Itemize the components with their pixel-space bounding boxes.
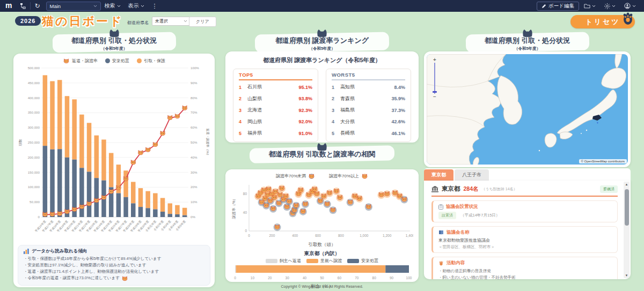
svg-text:90%: 90% <box>191 81 197 85</box>
bar-euthanasia[interactable] <box>57 149 62 217</box>
ranking-row[interactable]: 2青森県35.9% <box>332 93 405 105</box>
app-logo[interactable]: m <box>0 1 16 11</box>
bar-intake[interactable] <box>175 205 179 214</box>
guide-button[interactable]: トリセツ <box>570 15 635 28</box>
zoom-in-button[interactable]: + <box>433 57 436 62</box>
correlation-scatter-chart[interactable]: 0408002004006008001,0001,2001,400譲渡率（%） <box>231 180 413 240</box>
ranking-row[interactable]: 3北海道92.3% <box>239 105 312 116</box>
bar-intake[interactable] <box>153 193 157 210</box>
bar-euthanasia[interactable] <box>160 212 165 217</box>
bar-intake[interactable] <box>65 96 69 158</box>
bar-intake[interactable] <box>168 203 172 214</box>
dashboard-stage: m ↻ Main 検索 表示 ⋮ ボード編集 <box>0 0 644 291</box>
bar-euthanasia[interactable] <box>182 215 187 217</box>
bar-intake[interactable] <box>182 208 187 215</box>
account-menu[interactable] <box>620 3 640 9</box>
bar-intake[interactable] <box>94 136 99 178</box>
detail-section-council-name: 協議会名称 東京都動物愛護推進協議会 ＜世田谷区、板橋区、羽村市＞ <box>431 226 618 253</box>
insight-bullet: ・令和5年度の返還・譲渡率は73.0%に達しています <box>24 275 204 281</box>
ranking-row[interactable]: 1高知県8.4% <box>332 81 405 93</box>
refresh-button[interactable]: ↻ <box>31 0 43 12</box>
tab-東京都[interactable]: 東京都 <box>424 169 453 181</box>
board-select[interactable]: Main <box>46 2 101 11</box>
breakdown-segment[interactable] <box>236 265 386 273</box>
bar-intake[interactable] <box>57 80 62 149</box>
bar-euthanasia[interactable] <box>175 214 179 217</box>
svg-text:0: 0 <box>248 234 250 237</box>
bar-intake[interactable] <box>138 188 143 207</box>
menu-view[interactable]: 表示 <box>125 0 148 12</box>
ranking-row[interactable]: 5長崎県46.1% <box>332 128 405 139</box>
tree-view-icon[interactable] <box>16 0 30 12</box>
bar-euthanasia[interactable] <box>145 208 150 217</box>
bar-intake[interactable] <box>101 139 106 180</box>
bar-euthanasia[interactable] <box>43 146 47 217</box>
svg-text:40: 40 <box>303 276 307 280</box>
ranking-row[interactable]: 2山梨県93.8% <box>239 93 312 105</box>
map-card: + − © OpenStreetMap contributors <box>424 51 631 167</box>
worst5-box: WORST5 1高知県8.4%2青森県35.9%3福島県37.3%4大分県42.… <box>326 69 411 142</box>
svg-text:300,000: 300,000 <box>28 125 40 129</box>
ranking-card: 都道府県別 譲渡率ランキング（令和5年度） TOP5 1石川県95.1%2山梨県… <box>225 51 419 143</box>
bar-intake[interactable] <box>50 81 54 149</box>
toolbar-right: ボード編集 <box>537 2 644 11</box>
user-avatar-icon <box>624 3 631 9</box>
bar-intake[interactable] <box>72 99 76 159</box>
ranking-row[interactable]: 5福井県91.0% <box>239 128 312 139</box>
bar-euthanasia[interactable] <box>153 210 157 217</box>
svg-text:60: 60 <box>338 276 342 280</box>
bar-intake[interactable] <box>109 153 113 187</box>
app-toolbar: m ↻ Main 検索 表示 ⋮ ボード編集 <box>0 0 644 12</box>
settings-menu[interactable] <box>601 3 619 9</box>
japan-map[interactable]: + − © OpenStreetMap contributors <box>427 54 628 165</box>
bar-intake[interactable] <box>43 75 47 146</box>
zoom-slider[interactable] <box>434 63 435 94</box>
bar-intake[interactable] <box>131 182 135 203</box>
bar-intake[interactable] <box>160 198 165 212</box>
map-svg <box>427 54 628 165</box>
detail-scrollbar[interactable]: ▲ ▼ <box>624 182 630 278</box>
ranking-row[interactable]: 4大分県42.6% <box>332 116 405 128</box>
bar-euthanasia[interactable] <box>50 150 54 217</box>
menu-search-label: 検索 <box>105 2 115 10</box>
bar-euthanasia[interactable] <box>138 207 143 217</box>
bar-euthanasia[interactable] <box>87 171 91 217</box>
bar-euthanasia[interactable] <box>116 193 121 217</box>
bar-intake[interactable] <box>87 123 91 171</box>
menu-search[interactable]: 検索 <box>101 0 125 12</box>
bar-euthanasia[interactable] <box>94 178 99 217</box>
bar-euthanasia[interactable] <box>79 168 84 217</box>
scroll-up-arrow[interactable]: ▲ <box>624 183 630 186</box>
svg-text:600: 600 <box>315 234 321 237</box>
bar-euthanasia[interactable] <box>131 203 135 217</box>
prefecture-select[interactable]: 未選択 <box>152 17 191 26</box>
svg-text:80: 80 <box>243 192 247 196</box>
ranking-row[interactable]: 1石川県95.1% <box>239 81 312 93</box>
svg-text:100,000: 100,000 <box>28 185 40 189</box>
board-edit-button[interactable]: ボード編集 <box>537 2 579 11</box>
activity-item: ・飼い主のいない猫の管理・不妊去勢手術 <box>438 274 612 279</box>
scroll-down-arrow[interactable]: ▼ <box>624 274 630 277</box>
bar-euthanasia[interactable] <box>123 197 128 217</box>
window-menu[interactable] <box>580 3 599 9</box>
breakdown-segment[interactable] <box>235 265 236 273</box>
breakdown-segment[interactable] <box>385 265 409 273</box>
map-attribution: © OpenStreetMap contributors <box>579 159 627 163</box>
bar-intake[interactable] <box>145 191 150 208</box>
kebab-menu-icon[interactable]: ⋮ <box>148 0 162 12</box>
intake-bar-line-chart[interactable]: 050,000100,000150,000200,000250,000300,0… <box>18 65 210 242</box>
bar-intake[interactable] <box>79 115 84 168</box>
worst5-rows: 1高知県8.4%2青森県35.9%3福島県37.3%4大分県42.6%5長崎県4… <box>332 81 405 139</box>
bar-euthanasia[interactable] <box>65 158 69 217</box>
breakdown-stacked-bar[interactable]: 0102030405060708090100 <box>231 264 413 281</box>
tab-八王子市[interactable]: 八王子市 <box>455 169 489 181</box>
clear-button[interactable]: クリア <box>189 17 216 27</box>
scrollbar-thumb[interactable] <box>625 189 629 226</box>
ranking-row[interactable]: 4岡山県92.0% <box>239 116 312 128</box>
paw-icon <box>438 260 444 266</box>
council-status-badge: 設置済 <box>438 212 456 219</box>
ranking-row[interactable]: 3福島県37.3% <box>332 105 405 116</box>
zoom-out-button[interactable]: − <box>433 94 436 99</box>
breakdown-legend: 飼主へ返還里親へ譲渡安楽処置 <box>231 257 413 264</box>
bar-euthanasia[interactable] <box>168 214 172 217</box>
